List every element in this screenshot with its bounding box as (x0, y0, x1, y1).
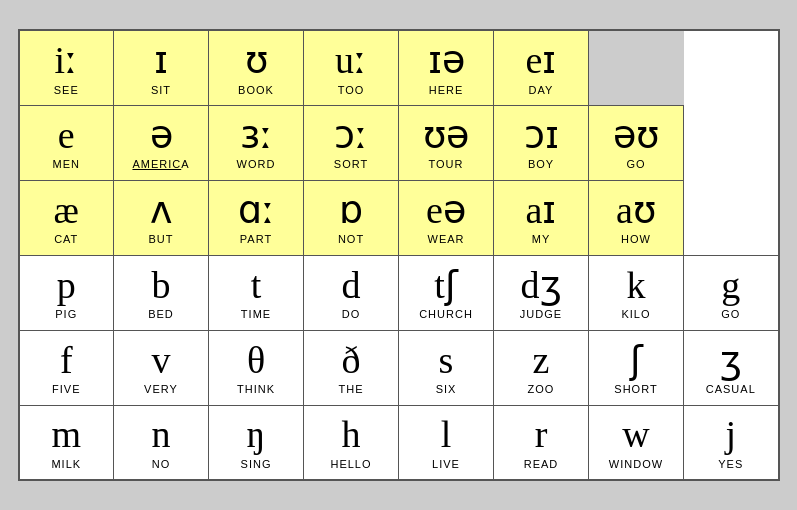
table-row: fFIVE (19, 330, 114, 405)
table-row: dDO (304, 255, 399, 330)
ipa-symbol: t (251, 265, 262, 307)
table-row: ʒCASUAL (684, 330, 779, 405)
ipa-word: ZOO (528, 383, 555, 395)
ipa-symbol: d (342, 265, 361, 307)
table-row: ʌBUT (114, 180, 209, 255)
table-row: eMEN (19, 105, 114, 180)
ipa-word: BOY (528, 158, 554, 170)
ipa-word: SIT (151, 84, 171, 96)
table-row: aʊHOW (589, 180, 684, 255)
ipa-symbol: g (721, 265, 740, 307)
ipa-symbol: dʒ (521, 265, 562, 307)
ipa-word: BUT (149, 233, 174, 245)
ipa-word: WINDOW (609, 458, 663, 470)
ipa-symbol: w (622, 414, 649, 456)
ipa-symbol: eə (426, 190, 466, 232)
table-row (589, 30, 684, 105)
table-row: ðTHE (304, 330, 399, 405)
ipa-symbol: ŋ (247, 414, 266, 456)
table-row: ɑːPART (209, 180, 304, 255)
table-row: dʒJUDGE (494, 255, 589, 330)
table-row: kKILO (589, 255, 684, 330)
ipa-word: FIVE (52, 383, 80, 395)
ipa-word: CHURCH (419, 308, 473, 320)
ipa-word: HOW (621, 233, 651, 245)
ipa-word: YES (718, 458, 743, 470)
ipa-symbol: h (342, 414, 361, 456)
ipa-symbol: ə (150, 115, 173, 157)
ipa-symbol: ʒ (720, 340, 742, 382)
table-row: ʃSHORT (589, 330, 684, 405)
table-row: æCAT (19, 180, 114, 255)
ipa-word: KILO (621, 308, 650, 320)
table-row: əAMERICA (114, 105, 209, 180)
table-row: aɪMY (494, 180, 589, 255)
table-row: ŋSING (209, 405, 304, 480)
ipa-word: DO (342, 308, 361, 320)
ipa-word: HELLO (330, 458, 371, 470)
ipa-word: LIVE (432, 458, 460, 470)
table-row: ɪəHERE (399, 30, 494, 105)
ipa-word: SHORT (614, 383, 657, 395)
table-row: vVERY (114, 330, 209, 405)
ipa-symbol: ʊə (423, 115, 469, 157)
table-row: hHELLO (304, 405, 399, 480)
table-row: eəWEAR (399, 180, 494, 255)
ipa-symbol: n (152, 414, 171, 456)
table-row: rREAD (494, 405, 589, 480)
ipa-symbol: əʊ (613, 115, 659, 157)
ipa-symbol: ɑː (238, 190, 275, 232)
ipa-symbol: r (535, 414, 548, 456)
table-row: ɪSIT (114, 30, 209, 105)
ipa-symbol: s (439, 340, 454, 382)
ipa-symbol: m (51, 414, 81, 456)
ipa-word: CASUAL (706, 383, 756, 395)
ipa-symbol: æ (54, 190, 79, 232)
ipa-symbol: ɔː (334, 115, 368, 157)
table-row: iːSEE (19, 30, 114, 105)
table-row: ɜːWORD (209, 105, 304, 180)
ipa-word: AMERICA (132, 158, 189, 170)
ipa-symbol: ʃ (630, 340, 643, 382)
table-row: ʊəTOUR (399, 105, 494, 180)
ipa-symbol: l (441, 414, 452, 456)
ipa-word: TIME (241, 308, 271, 320)
ipa-word: GO (721, 308, 740, 320)
table-row: pPIG (19, 255, 114, 330)
ipa-word: MEN (53, 158, 80, 170)
ipa-word: SING (241, 458, 272, 470)
ipa-word: SORT (334, 158, 368, 170)
table-row: nNO (114, 405, 209, 480)
ipa-symbol: v (152, 340, 171, 382)
ipa-symbol: tʃ (434, 265, 458, 307)
table-row: tʃCHURCH (399, 255, 494, 330)
ipa-word: PIG (55, 308, 77, 320)
ipa-word: SEE (54, 84, 79, 96)
ipa-symbol: ð (342, 340, 361, 382)
table-row: ɔːSORT (304, 105, 399, 180)
ipa-symbol: eɪ (526, 40, 557, 82)
table-row: bBED (114, 255, 209, 330)
ipa-word: WEAR (428, 233, 465, 245)
ipa-symbol: ɪ (154, 40, 168, 82)
ipa-word: READ (524, 458, 559, 470)
ipa-word: TOO (338, 84, 365, 96)
ipa-symbol: iː (54, 40, 78, 82)
table-row: ʊBOOK (209, 30, 304, 105)
ipa-symbol: j (725, 414, 736, 456)
ipa-symbol: ʌ (150, 190, 172, 232)
ipa-word: TOUR (429, 158, 464, 170)
ipa-word: HERE (429, 84, 464, 96)
ipa-word: VERY (144, 383, 178, 395)
ipa-symbol: ɪə (428, 40, 465, 82)
table-row: ɒNOT (304, 180, 399, 255)
ipa-symbol: f (60, 340, 73, 382)
ipa-symbol: ɔɪ (524, 115, 559, 157)
table-row: eɪDAY (494, 30, 589, 105)
ipa-word: CAT (54, 233, 78, 245)
table-row: wWINDOW (589, 405, 684, 480)
table-row: jYES (684, 405, 779, 480)
table-row: lLIVE (399, 405, 494, 480)
ipa-word: SIX (436, 383, 457, 395)
ipa-word: MILK (51, 458, 81, 470)
